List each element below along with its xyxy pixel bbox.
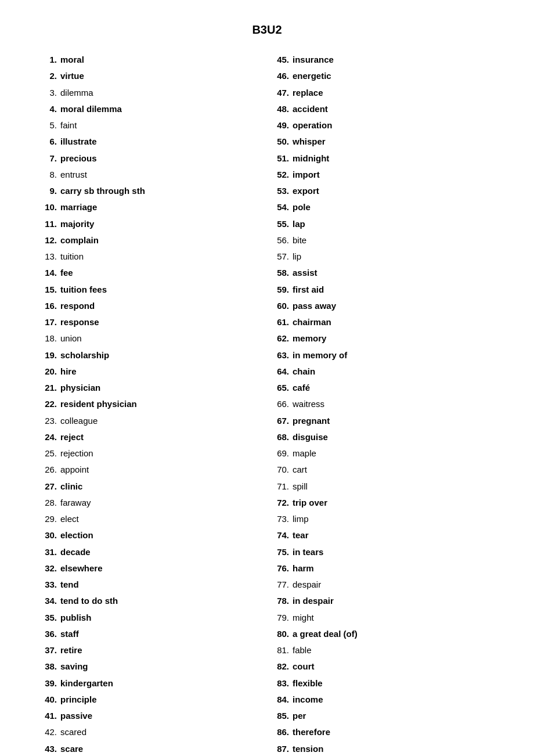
item-word: moral dilemma	[60, 102, 267, 116]
item-number: 23.	[35, 414, 57, 427]
list-item: 3.dilemma	[35, 86, 267, 99]
list-item: 34.tend to do sth	[35, 594, 267, 607]
item-word: bite	[293, 233, 499, 247]
item-number: 15.	[35, 283, 57, 296]
list-item: 76.harm	[267, 561, 499, 575]
item-word: illustrate	[60, 135, 267, 148]
list-item: 31.decade	[35, 545, 267, 559]
list-item: 33.tend	[35, 578, 267, 591]
item-word: entrust	[60, 168, 267, 181]
item-number: 72.	[267, 496, 289, 509]
item-word: dilemma	[60, 86, 267, 99]
item-number: 28.	[35, 496, 57, 509]
item-word: pass away	[293, 299, 499, 312]
item-word: maple	[293, 447, 499, 460]
item-word: pole	[293, 200, 499, 214]
list-item: 49.operation	[267, 118, 499, 132]
list-item: 84.income	[267, 693, 499, 706]
item-word: staff	[60, 627, 267, 640]
item-word: therefore	[293, 725, 499, 739]
item-number: 34.	[35, 594, 57, 607]
item-word: principle	[60, 693, 267, 706]
item-word: elsewhere	[60, 561, 267, 575]
list-item: 24.reject	[35, 430, 267, 444]
item-number: 29.	[35, 512, 57, 525]
item-word: cart	[293, 463, 499, 476]
item-word: café	[293, 381, 499, 394]
list-item: 7.precious	[35, 152, 267, 165]
list-item: 30.election	[35, 528, 267, 542]
list-item: 80.a great deal (of)	[267, 627, 499, 640]
list-item: 56.bite	[267, 233, 499, 247]
item-word: might	[293, 611, 499, 624]
list-item: 42.scared	[35, 725, 267, 739]
item-word: assist	[293, 266, 499, 279]
item-word: trip over	[293, 496, 499, 509]
item-word: appoint	[60, 463, 267, 476]
item-number: 62.	[267, 332, 289, 345]
list-item: 15.tuition fees	[35, 283, 267, 296]
item-number: 53.	[267, 184, 289, 197]
list-item: 50.whisper	[267, 135, 499, 148]
list-item: 36.staff	[35, 627, 267, 640]
item-word: response	[60, 315, 267, 329]
item-word: memory	[293, 332, 499, 345]
item-word: tend	[60, 578, 267, 591]
item-number: 49.	[267, 118, 289, 132]
item-word: per	[293, 709, 499, 722]
list-item: 72.trip over	[267, 496, 499, 509]
list-item: 20.hire	[35, 365, 267, 378]
item-word: court	[293, 660, 499, 673]
item-word: energetic	[293, 69, 499, 82]
list-item: 67.pregnant	[267, 414, 499, 427]
list-item: 53.export	[267, 184, 499, 197]
list-item: 85.per	[267, 709, 499, 722]
item-number: 13.	[35, 250, 57, 263]
item-number: 17.	[35, 315, 57, 329]
list-item: 48.accident	[267, 102, 499, 116]
item-number: 65.	[267, 381, 289, 394]
item-word: respond	[60, 299, 267, 312]
list-item: 81.fable	[267, 643, 499, 657]
item-number: 48.	[267, 102, 289, 116]
list-item: 21.physician	[35, 381, 267, 394]
list-item: 83.flexible	[267, 676, 499, 690]
item-number: 31.	[35, 545, 57, 559]
item-number: 80.	[267, 627, 289, 640]
right-column: 45.insurance46.energetic47.replace48.acc…	[267, 53, 499, 756]
list-item: 29.elect	[35, 512, 267, 525]
item-number: 47.	[267, 86, 289, 99]
item-word: saving	[60, 660, 267, 673]
item-number: 87.	[267, 742, 289, 755]
item-number: 5.	[35, 118, 57, 132]
item-number: 21.	[35, 381, 57, 394]
item-number: 36.	[35, 627, 57, 640]
item-word: tend to do sth	[60, 594, 267, 607]
item-word: lap	[293, 217, 499, 231]
list-item: 75.in tears	[267, 545, 499, 559]
item-number: 60.	[267, 299, 289, 312]
item-number: 19.	[35, 348, 57, 362]
item-number: 6.	[35, 135, 57, 148]
item-number: 25.	[35, 447, 57, 460]
item-word: harm	[293, 561, 499, 575]
item-number: 56.	[267, 233, 289, 247]
item-word: despair	[293, 578, 499, 591]
list-item: 73.limp	[267, 512, 499, 525]
item-number: 38.	[35, 660, 57, 673]
list-item: 23.colleague	[35, 414, 267, 427]
item-word: physician	[60, 381, 267, 394]
item-word: colleague	[60, 414, 267, 427]
list-item: 69.maple	[267, 447, 499, 460]
item-number: 45.	[267, 53, 289, 66]
item-word: election	[60, 528, 267, 542]
item-word: flexible	[293, 676, 499, 690]
item-word: midnight	[293, 152, 499, 165]
item-number: 84.	[267, 693, 289, 706]
item-number: 18.	[35, 332, 57, 345]
list-item: 79.might	[267, 611, 499, 624]
item-word: import	[293, 168, 499, 181]
list-item: 6.illustrate	[35, 135, 267, 148]
item-word: precious	[60, 152, 267, 165]
list-item: 70.cart	[267, 463, 499, 476]
